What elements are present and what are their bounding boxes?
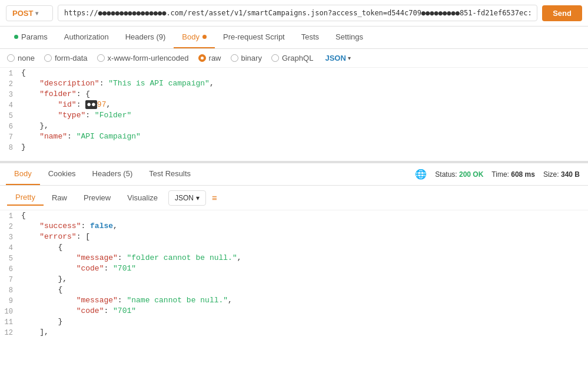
json-format-dropdown[interactable]: JSON ▾: [323, 54, 350, 62]
res-line-6: 6 "code": "701": [0, 263, 588, 274]
tab-body-label: Body: [182, 32, 200, 41]
res-line-3: 3 "errors": [: [0, 232, 588, 242]
res-line-5: 5 "message": "folder cannot be null.",: [0, 253, 588, 263]
radio-graphql[interactable]: GraphQL: [271, 54, 313, 62]
tab-authorization-label: Authorization: [64, 32, 109, 41]
response-format-row: Pretty Raw Preview Visualize JSON ▾ ≡: [0, 186, 588, 210]
radio-binary-circle: [231, 54, 238, 62]
format-pretty-button[interactable]: Pretty: [7, 190, 44, 206]
radio-form-data-circle: [44, 54, 52, 62]
json-chevron-icon: ▾: [348, 55, 351, 61]
response-tab-test-results[interactable]: Test Results: [141, 163, 199, 185]
radio-raw-circle: [198, 54, 206, 62]
res-line-10: 10 "code": "701": [0, 306, 588, 316]
req-line-5: 5 "type": "Folder": [0, 110, 588, 121]
req-line-8: 8 }: [0, 142, 588, 153]
res-line-4: 4 {: [0, 242, 588, 253]
req-line-4: 4 "id": ●●97,: [0, 100, 588, 110]
body-dot: [202, 35, 207, 39]
radio-none-circle: [7, 54, 15, 62]
req-line-6: 6 },: [0, 121, 588, 131]
tab-params-label: Params: [21, 32, 48, 41]
format-raw-button[interactable]: Raw: [44, 190, 75, 205]
tab-params[interactable]: Params: [6, 27, 56, 48]
status-200: 200 OK: [459, 170, 483, 179]
send-button[interactable]: Send: [542, 5, 582, 21]
tab-prerequest-label: Pre-request Script: [223, 32, 285, 41]
radio-graphql-label: GraphQL: [282, 54, 313, 62]
radio-none[interactable]: none: [7, 54, 35, 62]
radio-none-label: none: [18, 54, 35, 62]
method-chevron-icon: ▾: [35, 10, 38, 17]
tab-settings-label: Settings: [335, 32, 363, 41]
tab-tests-label: Tests: [301, 32, 319, 41]
response-tab-body[interactable]: Body: [6, 163, 40, 185]
size-label: Size: 340 B: [543, 170, 580, 179]
response-tabs: Body Cookies Headers (5) Test Results: [0, 163, 407, 185]
tab-body[interactable]: Body: [174, 27, 215, 48]
url-bar: POST ▾ Send: [0, 0, 588, 27]
response-tab-cookies[interactable]: Cookies: [40, 163, 84, 185]
response-json-chevron-icon: ▾: [196, 194, 200, 202]
radio-form-data[interactable]: form-data: [44, 54, 88, 62]
response-code-area: 1 { 2 "success": false, 3 "errors": [ 4 …: [0, 210, 588, 352]
tab-headers-label: Headers (9): [125, 32, 166, 41]
radio-urlencoded[interactable]: x-www-form-urlencoded: [97, 54, 189, 62]
radio-raw[interactable]: raw: [198, 54, 221, 62]
request-tabs: Params Authorization Headers (9) Body Pr…: [0, 27, 588, 49]
response-json-dropdown[interactable]: JSON ▾: [168, 190, 206, 206]
res-line-9: 9 "message": "name cannot be null.",: [0, 295, 588, 306]
res-line-7: 7 },: [0, 274, 588, 285]
json-format-label: JSON: [325, 54, 346, 62]
request-code-editor[interactable]: 1 { 2 "description": "This is API campai…: [0, 68, 588, 162]
req-line-2: 2 "description": "This is API campaign",: [0, 78, 588, 89]
format-preview-button[interactable]: Preview: [75, 190, 119, 205]
res-line-2: 2 "success": false,: [0, 221, 588, 232]
res-line-1: 1 {: [0, 210, 588, 221]
status-label: Status: 200 OK: [435, 170, 483, 179]
tab-authorization[interactable]: Authorization: [56, 27, 117, 48]
radio-form-data-label: form-data: [55, 54, 88, 62]
req-line-1: 1 {: [0, 68, 588, 78]
response-json-label: JSON: [175, 194, 194, 202]
tab-headers[interactable]: Headers (9): [117, 27, 174, 48]
radio-raw-label: raw: [209, 54, 221, 62]
filter-icon[interactable]: ≡: [212, 193, 217, 203]
radio-binary-label: binary: [241, 54, 262, 62]
tab-settings[interactable]: Settings: [327, 27, 371, 48]
method-label: POST: [12, 9, 33, 18]
response-header-row: Body Cookies Headers (5) Test Results 🌐 …: [0, 163, 588, 186]
res-line-11: 11 }: [0, 316, 588, 327]
response-tab-headers[interactable]: Headers (5): [84, 163, 141, 185]
globe-icon: 🌐: [415, 169, 427, 180]
params-dot: [14, 35, 18, 39]
radio-urlencoded-label: x-www-form-urlencoded: [108, 54, 189, 62]
url-input[interactable]: [58, 5, 537, 21]
body-type-row: none form-data x-www-form-urlencoded raw…: [0, 49, 588, 68]
radio-graphql-circle: [271, 54, 279, 62]
req-line-7: 7 "name": "API Campaign": [0, 131, 588, 142]
time-value: 608 ms: [511, 170, 535, 179]
radio-binary[interactable]: binary: [231, 54, 262, 62]
time-label: Time: 608 ms: [491, 170, 535, 179]
req-line-3: 3 "folder": {: [0, 89, 588, 100]
res-line-12: 12 ],: [0, 327, 588, 338]
size-value: 340 B: [561, 170, 580, 179]
format-visualize-button[interactable]: Visualize: [119, 190, 166, 205]
tab-tests[interactable]: Tests: [293, 27, 327, 48]
radio-urlencoded-circle: [97, 54, 105, 62]
method-select[interactable]: POST ▾: [6, 5, 53, 21]
tab-prerequest[interactable]: Pre-request Script: [215, 27, 293, 48]
status-bar: 🌐 Status: 200 OK Time: 608 ms Size: 340 …: [407, 169, 588, 180]
res-line-8: 8 {: [0, 285, 588, 295]
